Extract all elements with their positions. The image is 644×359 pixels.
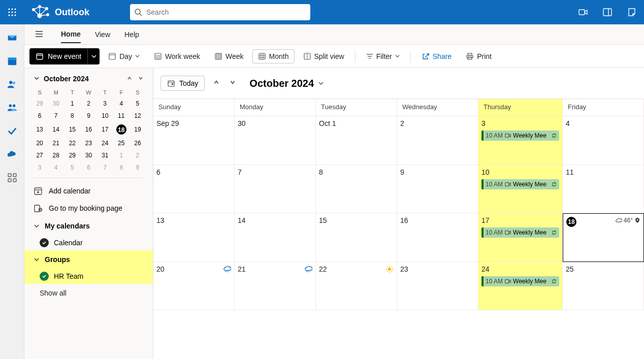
rail-groups[interactable] <box>6 102 18 114</box>
mini-cal-day[interactable]: 12 <box>130 110 146 122</box>
mini-cal-day[interactable]: 21 <box>48 137 64 149</box>
notes-button[interactable] <box>620 0 644 24</box>
day-cell[interactable]: 23 <box>397 262 478 311</box>
today-button[interactable]: Today <box>160 76 205 91</box>
mini-cal-day[interactable]: 1 <box>113 149 130 161</box>
mini-cal-day[interactable]: 6 <box>31 110 48 122</box>
day-cell[interactable]: 1710 AMWeekly Mee <box>478 213 563 262</box>
mini-cal-day[interactable]: 7 <box>48 110 64 122</box>
mini-cal-day[interactable]: 16 <box>80 122 96 137</box>
day-cell[interactable]: 310 AMWeekly Mee <box>478 116 563 165</box>
menu-home[interactable]: Home <box>61 26 81 43</box>
day-cell[interactable]: 13 <box>153 213 235 262</box>
event-weekly-meeting[interactable]: 10 AMWeekly Mee <box>481 227 559 238</box>
calendar-entry-calendar[interactable]: Calendar <box>24 235 153 250</box>
day-cell[interactable]: 22 <box>316 262 397 311</box>
meet-now-button[interactable] <box>571 0 595 24</box>
view-month[interactable]: Month <box>252 49 295 63</box>
day-cell[interactable]: 15 <box>316 213 397 262</box>
menu-help[interactable]: Help <box>124 26 139 43</box>
mini-cal-day[interactable]: 8 <box>64 110 80 122</box>
day-cell[interactable]: 6 <box>153 165 235 214</box>
day-cell[interactable]: 2410 AMWeekly Mee <box>478 262 563 311</box>
mini-cal-day[interactable]: 8 <box>113 161 130 174</box>
mini-calendar[interactable]: SMTWTFS 29301234567891011121314151617181… <box>31 87 146 174</box>
rail-todo[interactable] <box>6 125 18 137</box>
mini-cal-day[interactable]: 14 <box>48 122 64 137</box>
share-button[interactable]: Share <box>416 49 457 63</box>
mini-cal-day[interactable]: 28 <box>48 149 64 161</box>
next-month[interactable] <box>229 79 236 88</box>
day-cell[interactable]: 8 <box>316 165 397 214</box>
rail-mail[interactable] <box>6 31 18 44</box>
event-weekly-meeting[interactable]: 10 AMWeekly Mee <box>481 130 559 141</box>
event-weekly-meeting[interactable]: 10 AMWeekly Mee <box>481 276 559 286</box>
nav-toggle[interactable] <box>35 29 45 40</box>
day-cell[interactable]: 11 <box>563 165 644 214</box>
mini-cal-day[interactable]: 19 <box>130 122 146 137</box>
rail-people[interactable] <box>6 78 18 90</box>
day-cell[interactable]: 20 <box>153 262 235 311</box>
mini-cal-day[interactable]: 29 <box>64 149 80 161</box>
mini-cal-day[interactable]: 10 <box>97 110 113 122</box>
mini-cal-day[interactable]: 13 <box>31 122 48 137</box>
show-all-calendars[interactable]: Show all <box>24 284 153 300</box>
mini-cal-day[interactable]: 9 <box>80 110 96 122</box>
event-weekly-meeting[interactable]: 10 AMWeekly Mee <box>481 179 559 189</box>
mini-cal-day[interactable]: 3 <box>31 161 48 174</box>
app-launcher[interactable] <box>0 0 24 24</box>
day-cell[interactable]: 16 <box>397 213 478 262</box>
day-cell[interactable]: Oct 1 <box>316 116 397 165</box>
global-search[interactable] <box>130 4 310 20</box>
day-cell[interactable]: 7 <box>235 165 316 214</box>
mini-cal-day[interactable]: 5 <box>130 97 146 110</box>
mini-cal-day[interactable]: 24 <box>97 137 113 149</box>
rail-onedrive[interactable] <box>6 148 18 160</box>
rail-calendar[interactable] <box>6 55 18 67</box>
view-workweek[interactable]: Work week <box>148 49 206 63</box>
mini-cal-day[interactable]: 30 <box>48 97 64 110</box>
mini-cal-expand[interactable] <box>34 74 40 83</box>
mini-cal-day[interactable]: 6 <box>80 161 96 174</box>
day-cell[interactable]: 30 <box>235 116 316 165</box>
mini-cal-day[interactable]: 18 <box>113 122 130 137</box>
prev-month[interactable] <box>213 79 220 88</box>
mini-cal-day[interactable]: 26 <box>130 137 146 149</box>
mini-cal-prev[interactable] <box>126 74 133 83</box>
day-cell[interactable]: 21 <box>235 262 316 311</box>
mini-cal-day[interactable]: 22 <box>64 137 80 149</box>
booking-page[interactable]: Go to my booking page <box>24 200 153 217</box>
mini-cal-day[interactable]: 31 <box>97 149 113 161</box>
day-cell[interactable]: 2 <box>397 116 478 165</box>
view-day[interactable]: Day <box>103 49 145 63</box>
mini-cal-day[interactable]: 17 <box>97 122 113 137</box>
mini-cal-day[interactable]: 5 <box>64 161 80 174</box>
new-event-dropdown[interactable] <box>87 48 100 64</box>
calendar-title[interactable]: October 2024 <box>249 78 324 89</box>
mini-cal-day[interactable]: 3 <box>97 97 113 110</box>
add-calendar[interactable]: Add calendar <box>24 182 153 200</box>
section-my-calendars[interactable]: My calendars <box>24 217 153 235</box>
mini-cal-day[interactable]: 4 <box>48 161 64 174</box>
rail-more-apps[interactable] <box>6 172 18 184</box>
my-day-button[interactable] <box>595 0 620 24</box>
day-cell[interactable]: 4 <box>563 116 644 165</box>
mini-cal-day[interactable]: 4 <box>113 97 130 110</box>
menu-view[interactable]: View <box>95 26 110 43</box>
mini-cal-day[interactable]: 29 <box>31 97 48 110</box>
mini-cal-day[interactable]: 20 <box>31 137 48 149</box>
mini-cal-day[interactable]: 23 <box>80 137 96 149</box>
day-cell[interactable]: Sep 29 <box>153 116 235 165</box>
day-cell[interactable]: 1010 AMWeekly Mee <box>478 165 563 214</box>
mini-cal-day[interactable]: 30 <box>80 149 96 161</box>
print-button[interactable]: Print <box>460 49 497 63</box>
mini-cal-day[interactable]: 2 <box>130 149 146 161</box>
calendar-entry-hr-team[interactable]: HR Team <box>24 269 153 284</box>
filter-button[interactable]: Filter <box>361 49 405 63</box>
day-cell[interactable]: 1846° <box>563 213 644 262</box>
new-event-button[interactable]: New event <box>29 48 87 64</box>
mini-cal-day[interactable]: 9 <box>130 161 146 174</box>
mini-cal-day[interactable]: 27 <box>31 149 48 161</box>
mini-cal-day[interactable]: 15 <box>64 122 80 137</box>
mini-cal-day[interactable]: 11 <box>113 110 130 122</box>
